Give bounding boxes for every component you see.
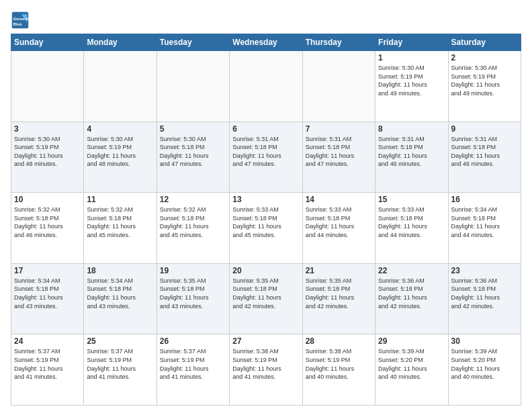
day-number: 15	[378, 195, 445, 204]
calendar-cell: 15Sunrise: 5:33 AM Sunset: 5:18 PM Dayli…	[375, 193, 448, 264]
day-info: Sunrise: 5:34 AM Sunset: 5:18 PM Dayligh…	[14, 277, 81, 310]
day-info: Sunrise: 5:35 AM Sunset: 5:18 PM Dayligh…	[232, 277, 299, 310]
calendar-cell	[84, 51, 157, 122]
day-number: 21	[306, 266, 372, 275]
calendar-cell: 25Sunrise: 5:37 AM Sunset: 5:19 PM Dayli…	[84, 334, 157, 406]
day-info: Sunrise: 5:38 AM Sunset: 5:19 PM Dayligh…	[306, 347, 372, 381]
weekday-header-thursday: Thursday	[302, 34, 375, 51]
day-number: 27	[232, 336, 299, 346]
svg-text:General: General	[13, 16, 29, 21]
day-info: Sunrise: 5:37 AM Sunset: 5:19 PM Dayligh…	[87, 347, 153, 381]
calendar-table: SundayMondayTuesdayWednesdayThursdayFrid…	[11, 34, 521, 406]
calendar-cell	[157, 51, 229, 122]
day-info: Sunrise: 5:34 AM Sunset: 5:18 PM Dayligh…	[451, 205, 518, 239]
day-info: Sunrise: 5:36 AM Sunset: 5:18 PM Dayligh…	[451, 277, 518, 310]
day-info: Sunrise: 5:39 AM Sunset: 5:20 PM Dayligh…	[451, 347, 518, 381]
day-number: 9	[451, 124, 518, 134]
calendar-cell: 12Sunrise: 5:32 AM Sunset: 5:18 PM Dayli…	[157, 193, 229, 264]
calendar-cell: 22Sunrise: 5:36 AM Sunset: 5:18 PM Dayli…	[375, 263, 448, 334]
calendar-cell: 24Sunrise: 5:37 AM Sunset: 5:19 PM Dayli…	[11, 334, 84, 406]
day-number: 5	[160, 124, 226, 134]
day-number: 8	[378, 124, 445, 134]
day-number: 2	[451, 53, 518, 62]
day-info: Sunrise: 5:31 AM Sunset: 5:18 PM Dayligh…	[232, 135, 299, 169]
day-number: 28	[306, 336, 372, 346]
day-info: Sunrise: 5:31 AM Sunset: 5:18 PM Dayligh…	[306, 135, 372, 169]
day-number: 23	[451, 266, 518, 275]
day-number: 10	[14, 195, 81, 204]
day-info: Sunrise: 5:37 AM Sunset: 5:19 PM Dayligh…	[14, 347, 81, 381]
calendar-cell	[11, 51, 84, 122]
calendar-week-3: 10Sunrise: 5:32 AM Sunset: 5:18 PM Dayli…	[11, 193, 521, 264]
logo-icon: General Blue	[11, 11, 30, 30]
day-info: Sunrise: 5:30 AM Sunset: 5:19 PM Dayligh…	[451, 64, 518, 97]
day-info: Sunrise: 5:30 AM Sunset: 5:18 PM Dayligh…	[160, 135, 226, 169]
calendar-cell	[230, 51, 302, 122]
day-info: Sunrise: 5:31 AM Sunset: 5:18 PM Dayligh…	[378, 135, 445, 169]
weekday-header-friday: Friday	[375, 34, 448, 51]
calendar-header-row: SundayMondayTuesdayWednesdayThursdayFrid…	[11, 34, 521, 51]
calendar-cell: 18Sunrise: 5:34 AM Sunset: 5:18 PM Dayli…	[84, 263, 157, 334]
weekday-header-monday: Monday	[84, 34, 157, 51]
calendar-cell: 26Sunrise: 5:37 AM Sunset: 5:19 PM Dayli…	[157, 334, 229, 406]
day-number: 30	[451, 336, 518, 346]
calendar-cell	[302, 51, 375, 122]
calendar-cell: 1Sunrise: 5:30 AM Sunset: 5:19 PM Daylig…	[375, 51, 448, 122]
calendar-cell: 3Sunrise: 5:30 AM Sunset: 5:19 PM Daylig…	[11, 122, 84, 193]
weekday-header-saturday: Saturday	[448, 34, 521, 51]
day-info: Sunrise: 5:32 AM Sunset: 5:18 PM Dayligh…	[87, 205, 153, 239]
day-number: 20	[232, 266, 299, 275]
day-info: Sunrise: 5:35 AM Sunset: 5:18 PM Dayligh…	[306, 277, 372, 310]
weekday-header-sunday: Sunday	[11, 34, 84, 51]
calendar-cell: 27Sunrise: 5:38 AM Sunset: 5:19 PM Dayli…	[230, 334, 302, 406]
calendar-cell: 19Sunrise: 5:35 AM Sunset: 5:18 PM Dayli…	[157, 263, 229, 334]
day-number: 17	[14, 266, 81, 275]
day-number: 24	[14, 336, 81, 346]
day-number: 3	[14, 124, 81, 134]
calendar-cell: 8Sunrise: 5:31 AM Sunset: 5:18 PM Daylig…	[375, 122, 448, 193]
day-number: 19	[160, 266, 226, 275]
day-info: Sunrise: 5:37 AM Sunset: 5:19 PM Dayligh…	[160, 347, 226, 381]
day-number: 11	[87, 195, 153, 204]
calendar-cell: 29Sunrise: 5:39 AM Sunset: 5:20 PM Dayli…	[375, 334, 448, 406]
calendar-cell: 21Sunrise: 5:35 AM Sunset: 5:18 PM Dayli…	[302, 263, 375, 334]
day-info: Sunrise: 5:32 AM Sunset: 5:18 PM Dayligh…	[160, 205, 226, 239]
svg-text:Blue: Blue	[13, 21, 23, 26]
day-number: 7	[306, 124, 372, 134]
day-info: Sunrise: 5:33 AM Sunset: 5:18 PM Dayligh…	[306, 205, 372, 239]
day-number: 22	[378, 266, 445, 275]
day-info: Sunrise: 5:33 AM Sunset: 5:18 PM Dayligh…	[232, 205, 299, 239]
day-info: Sunrise: 5:33 AM Sunset: 5:18 PM Dayligh…	[378, 205, 445, 239]
day-info: Sunrise: 5:32 AM Sunset: 5:18 PM Dayligh…	[14, 205, 81, 239]
day-number: 26	[160, 336, 226, 346]
day-number: 18	[87, 266, 153, 275]
day-info: Sunrise: 5:31 AM Sunset: 5:18 PM Dayligh…	[451, 135, 518, 169]
calendar-cell: 4Sunrise: 5:30 AM Sunset: 5:19 PM Daylig…	[84, 122, 157, 193]
calendar-week-2: 3Sunrise: 5:30 AM Sunset: 5:19 PM Daylig…	[11, 122, 521, 193]
day-info: Sunrise: 5:30 AM Sunset: 5:19 PM Dayligh…	[378, 64, 445, 97]
calendar-cell: 2Sunrise: 5:30 AM Sunset: 5:19 PM Daylig…	[448, 51, 521, 122]
day-number: 12	[160, 195, 226, 204]
calendar-cell: 20Sunrise: 5:35 AM Sunset: 5:18 PM Dayli…	[230, 263, 302, 334]
calendar-cell: 14Sunrise: 5:33 AM Sunset: 5:18 PM Dayli…	[302, 193, 375, 264]
calendar-week-5: 24Sunrise: 5:37 AM Sunset: 5:19 PM Dayli…	[11, 334, 521, 406]
calendar-cell: 6Sunrise: 5:31 AM Sunset: 5:18 PM Daylig…	[230, 122, 302, 193]
day-number: 6	[232, 124, 299, 134]
logo: General Blue	[11, 11, 30, 30]
day-info: Sunrise: 5:36 AM Sunset: 5:18 PM Dayligh…	[378, 277, 445, 310]
day-number: 25	[87, 336, 153, 346]
day-number: 13	[232, 195, 299, 204]
weekday-header-wednesday: Wednesday	[230, 34, 302, 51]
day-info: Sunrise: 5:38 AM Sunset: 5:19 PM Dayligh…	[232, 347, 299, 381]
calendar-cell: 7Sunrise: 5:31 AM Sunset: 5:18 PM Daylig…	[302, 122, 375, 193]
calendar-cell: 28Sunrise: 5:38 AM Sunset: 5:19 PM Dayli…	[302, 334, 375, 406]
calendar-cell: 10Sunrise: 5:32 AM Sunset: 5:18 PM Dayli…	[11, 193, 84, 264]
day-info: Sunrise: 5:39 AM Sunset: 5:20 PM Dayligh…	[378, 347, 445, 381]
calendar-cell: 16Sunrise: 5:34 AM Sunset: 5:18 PM Dayli…	[448, 193, 521, 264]
page: General Blue SundayMondayTuesdayWednesda…	[0, 0, 532, 411]
calendar-cell: 17Sunrise: 5:34 AM Sunset: 5:18 PM Dayli…	[11, 263, 84, 334]
day-info: Sunrise: 5:30 AM Sunset: 5:19 PM Dayligh…	[14, 135, 81, 169]
day-info: Sunrise: 5:34 AM Sunset: 5:18 PM Dayligh…	[87, 277, 153, 310]
calendar-cell: 11Sunrise: 5:32 AM Sunset: 5:18 PM Dayli…	[84, 193, 157, 264]
day-number: 1	[378, 53, 445, 62]
